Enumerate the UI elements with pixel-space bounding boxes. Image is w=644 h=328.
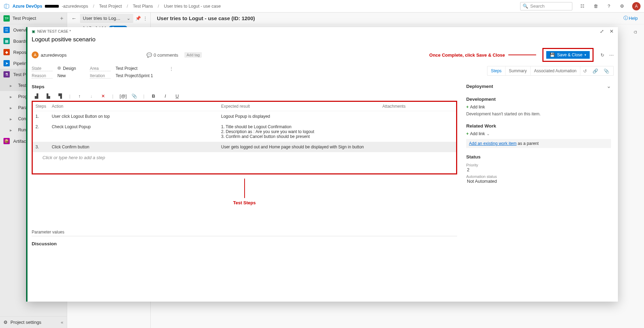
breadcrumb-sep-icon: /	[127, 3, 128, 9]
work-items-icon[interactable]: ☷	[579, 3, 586, 9]
redacted-org-icon	[45, 5, 59, 8]
search-placeholder: Search	[530, 3, 544, 9]
azure-devops-logo-icon	[3, 3, 10, 9]
help-icon[interactable]: ?	[606, 3, 612, 9]
user-settings-icon[interactable]: ⚙	[619, 3, 625, 9]
breadcrumb-item[interactable]: User tries to Logut - use case	[164, 4, 221, 9]
breadcrumb-root[interactable]: Azure DevOps	[13, 4, 42, 9]
breadcrumb-project[interactable]: Test Project	[99, 4, 122, 9]
global-search-input[interactable]: 🔍 Search	[520, 2, 572, 10]
breadcrumb-org[interactable]: -azuredevops	[62, 4, 88, 9]
breadcrumb-sep-icon: /	[93, 3, 94, 9]
breadcrumb-area[interactable]: Test Plans	[133, 4, 153, 9]
marketplace-icon[interactable]: 🗑	[593, 3, 599, 9]
user-avatar[interactable]: A	[632, 2, 641, 10]
topbar: Azure DevOps -azuredevops / Test Project…	[0, 0, 644, 13]
breadcrumb-sep-icon: /	[158, 3, 159, 9]
search-icon: 🔍	[523, 3, 528, 9]
